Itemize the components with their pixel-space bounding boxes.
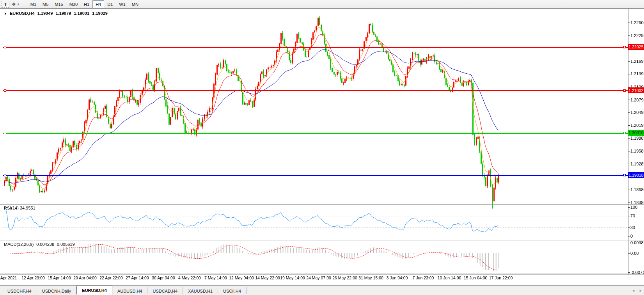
time-axis-label: 19 May 14:00 [280, 275, 305, 280]
time-axis-label: 14 May 22:00 [255, 275, 280, 280]
chart-tab-usdchf-h4[interactable]: USDCHF,H4 [2, 287, 37, 294]
rsi-indicator-label: RSI(14) 34.9551 [4, 206, 35, 210]
tab-scroll-left-icon[interactable]: ◄ [632, 289, 635, 293]
ohlc-low: 1.19001 [74, 11, 89, 16]
price-tick-label: 1.20490 [630, 110, 644, 115]
time-axis-label: 10 Jun 14:00 [438, 275, 461, 280]
time-axis-label: 24 May 07:00 [306, 275, 331, 280]
price-line-badge: 1.22025 [628, 44, 644, 50]
chart-tab-usdcad-h4[interactable]: USDCAD,H4 [147, 287, 183, 294]
price-tick-label: 1.18680 [630, 187, 644, 192]
chevron-down-icon: ▼ [17, 3, 20, 5]
price-tick-label: 1.20190 [630, 123, 644, 128]
timeframe-button-h4[interactable]: H4 [92, 0, 104, 8]
timeframe-button-m5[interactable]: M5 [39, 0, 51, 8]
time-axis-label: 27 Apr 14:00 [126, 275, 149, 280]
timeframe-button-m30[interactable]: M30 [66, 0, 81, 8]
time-axis-label: 15 Jun 04:00 [464, 275, 488, 280]
time-axis-label: 26 May 22:00 [332, 275, 357, 280]
price-tick-label: 1.19285 [630, 162, 644, 166]
time-axis-label: 31 May 15:00 [358, 275, 383, 280]
timeframe-button-m15[interactable]: M15 [51, 0, 66, 8]
chart-tab-bar: USDCHF,H4USDCNH,DailyEURUSD,H4AUDUSD,H4U… [0, 285, 644, 295]
price-tick-label: 1.18380 [630, 200, 644, 205]
chart-title: ▼ EURUSD,H4 1.19049 1.19079 1.19001 1.19… [4, 11, 109, 16]
macd-indicator-label: MACD(12,26,9) -0.004238 -0.005639 [4, 242, 75, 247]
top-toolbar: T ❖ ▼ M1M5M15M30H1H4D1W1MN [0, 0, 644, 9]
price-tick-label: 1.19585 [630, 149, 644, 153]
timeframe-button-mn[interactable]: MN [129, 0, 142, 8]
time-axis-label: 30 Apr 04:00 [152, 275, 175, 280]
symbols-icon: ❖ [12, 2, 16, 7]
time-axis-label: 7 Jun 23:00 [413, 275, 434, 280]
timeframe-button-group: M1M5M15M30H1H4D1W1MN [27, 0, 142, 8]
time-axis-label: 12 May 04:00 [229, 275, 254, 280]
timeframe-button-d1[interactable]: D1 [104, 0, 116, 8]
time-axis-label: 7 May 14:00 [204, 275, 227, 280]
time-axis-label: 4 May 22:00 [178, 275, 201, 280]
price-tick-label: 1.19885 [630, 136, 644, 140]
chart-window: ▼ EURUSD,H4 1.19049 1.19079 1.19001 1.19… [0, 9, 644, 285]
rsi-scale-label: 100 [630, 205, 637, 210]
macd-scale-label: 0.003873 [630, 240, 644, 245]
time-axis-label: 20 Apr 04:00 [73, 275, 97, 280]
text-tool-button[interactable]: T [2, 1, 9, 8]
time-axis-label: 3 Jun 04:00 [387, 275, 408, 280]
price-line-badge: 1.21002 [628, 87, 644, 93]
timeframe-button-h1[interactable]: H1 [81, 0, 92, 8]
price-line-badge: 1.19018 [628, 172, 644, 178]
toolbar-separator [24, 1, 25, 7]
tab-scroll-right-icon[interactable]: ► [639, 289, 642, 293]
macd-scale-label: -0.00719 [630, 270, 644, 275]
symbols-dropdown-button[interactable]: ❖ ▼ [12, 2, 20, 7]
collapse-caret-icon[interactable]: ▼ [4, 12, 7, 16]
macd-name: MACD(12,26,9) [4, 242, 34, 247]
ohlc-high: 1.19079 [55, 11, 71, 16]
timeframe-button-w1[interactable]: W1 [116, 0, 129, 8]
time-axis-label: 12 Apr 23:00 [21, 275, 45, 280]
rsi-name: RSI(14) [4, 206, 19, 210]
chart-tab-xauusd-h1[interactable]: XAUUSD,H1 [183, 287, 218, 294]
rsi-value: 34.9551 [20, 206, 35, 210]
time-axis-label: 8 Apr 2021 [0, 275, 17, 280]
macd-values: -0.004238 -0.005639 [35, 242, 75, 247]
rsi-scale-label: 30 [630, 225, 635, 230]
rsi-scale-label: 0 [630, 234, 633, 238]
chart-tab-usdcnh-daily[interactable]: USDCNH,Daily [37, 287, 77, 294]
price-tick-label: 1.22600 [630, 20, 644, 25]
time-axis-label: 22 Apr 22:00 [99, 275, 123, 280]
ohlc-open: 1.19049 [37, 11, 53, 16]
price-tick-label: 1.20790 [630, 98, 644, 102]
chart-symbol-label: EURUSD,H4 [10, 11, 35, 16]
price-tick-label: 1.21695 [630, 59, 644, 64]
chart-tab-audusd-h4[interactable]: AUDUSD,H4 [112, 287, 148, 294]
ohlc-close: 1.19029 [92, 11, 108, 16]
mt4-terminal: { "toolbar": { "text_tool": "T", "symbol… [0, 0, 644, 295]
price-tick-label: 1.22295 [630, 33, 644, 38]
chart-tab-eurusd-h4[interactable]: EURUSD,H4 [76, 286, 112, 295]
time-axis-label: 15 Apr 14:00 [48, 275, 71, 280]
tab-scroll-buttons: ◄ ► [632, 289, 642, 293]
price-line-badge: 1.20010 [628, 130, 644, 136]
timeframe-button-m1[interactable]: M1 [27, 0, 39, 8]
rsi-scale-label: 70 [630, 213, 635, 218]
macd-scale-label: 0.00 [630, 251, 639, 256]
time-axis-label: 17 Jun 22:00 [489, 275, 513, 280]
chart-tab-usoil-h4[interactable]: USOil,H4 [218, 287, 247, 294]
price-chart-canvas[interactable] [0, 9, 644, 285]
price-tick-label: 1.21395 [630, 71, 644, 76]
